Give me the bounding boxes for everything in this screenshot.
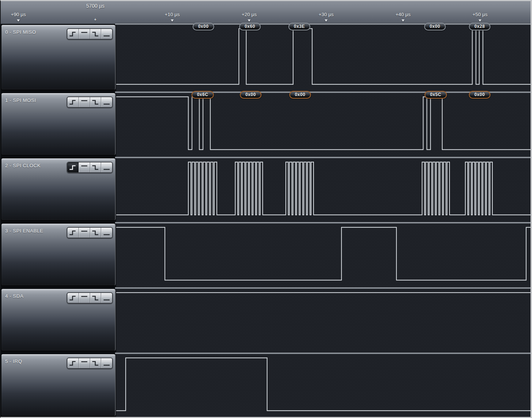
trigger-rising-edge-button[interactable] xyxy=(67,293,78,303)
byte-value-bubble[interactable]: 0x5C xyxy=(425,91,447,99)
trigger-low-level-button[interactable] xyxy=(101,228,112,238)
trigger-high-level-button[interactable] xyxy=(78,358,90,368)
channel-row: 4 - SDA xyxy=(1,288,531,353)
ruler-tick-marker-icon xyxy=(248,19,251,22)
waveform-trace xyxy=(116,92,531,157)
rising-edge-icon xyxy=(69,30,77,38)
trigger-button-group xyxy=(67,292,113,304)
low-level-icon xyxy=(102,229,111,236)
channel-label: 1 - SPI MOSI xyxy=(5,98,36,103)
byte-value-bubble[interactable]: 0x28 xyxy=(469,23,491,30)
ruler-major-label: 5700 µs xyxy=(86,3,104,9)
channel-separator xyxy=(115,352,531,354)
byte-value-bubble[interactable]: 0x60 xyxy=(239,23,261,30)
high-level-icon xyxy=(80,30,89,38)
waveform-area[interactable]: 0x6C0x000x000x5C0x00 xyxy=(116,92,531,157)
waveform-trace xyxy=(116,157,531,223)
falling-edge-icon xyxy=(91,30,100,38)
trigger-rising-edge-button[interactable] xyxy=(67,228,78,238)
high-level-icon xyxy=(80,99,89,106)
byte-value-bubble[interactable]: 0x00 xyxy=(469,91,491,99)
low-level-icon xyxy=(102,99,111,106)
logic-analyzer-window: 5700 µs + +90 µs+10 µs+20 µs+30 µs+40 µs… xyxy=(0,0,532,418)
channel-panel: 0 - SPI MISO xyxy=(1,25,115,89)
trigger-falling-edge-button[interactable] xyxy=(90,162,101,172)
byte-value-bubble[interactable]: 0x00 xyxy=(289,91,311,99)
trigger-low-level-button[interactable] xyxy=(101,29,112,39)
channel-row: 0x6C0x000x000x5C0x001 - SPI MOSI xyxy=(1,92,531,157)
ruler-tick-label: +20 µs xyxy=(241,12,256,17)
channel-row: 2 - SPI CLOCK xyxy=(1,157,531,223)
trigger-falling-edge-button[interactable] xyxy=(90,293,101,303)
high-level-icon xyxy=(80,294,89,302)
trigger-falling-edge-button[interactable] xyxy=(90,228,101,238)
channel-separator xyxy=(115,222,531,224)
byte-value-bubble[interactable]: 0x00 xyxy=(240,91,262,99)
waveform-area[interactable] xyxy=(116,157,531,223)
trigger-low-level-button[interactable] xyxy=(101,358,112,368)
trigger-high-level-button[interactable] xyxy=(78,293,90,303)
waveform-area[interactable]: 0x000x600x3E0x000x28 xyxy=(116,24,531,92)
channel-row: 3 - SPI ENABLE xyxy=(1,223,531,288)
ruler-tick-label: +50 µs xyxy=(472,12,487,17)
channel-label: 5 - IRQ xyxy=(5,359,22,364)
trigger-rising-edge-button[interactable] xyxy=(67,97,78,107)
channel-panel: 4 - SDA xyxy=(1,289,115,351)
channel-separator xyxy=(115,287,531,289)
trigger-button-group xyxy=(67,358,113,369)
ruler-major-marker: + xyxy=(94,17,96,22)
falling-edge-icon xyxy=(91,360,100,367)
ruler-tick-marker-icon xyxy=(171,19,174,22)
ruler-tick-marker-icon xyxy=(325,19,328,22)
waveform-area[interactable] xyxy=(116,223,531,288)
high-level-icon xyxy=(80,229,89,236)
channel-row: 5 - IRQ xyxy=(1,353,531,418)
trigger-falling-edge-button[interactable] xyxy=(90,97,101,107)
waveform-trace xyxy=(116,288,531,353)
trigger-falling-edge-button[interactable] xyxy=(90,29,101,39)
trigger-high-level-button[interactable] xyxy=(78,97,90,107)
trigger-rising-edge-button[interactable] xyxy=(67,358,78,368)
ruler-tick-marker-icon xyxy=(17,19,20,22)
falling-edge-icon xyxy=(91,99,100,106)
rising-edge-icon xyxy=(69,360,77,367)
waveform-area[interactable] xyxy=(116,353,531,418)
waveform-trace xyxy=(116,353,531,418)
falling-edge-icon xyxy=(91,294,100,302)
channel-panel: 2 - SPI CLOCK xyxy=(1,158,115,220)
trigger-low-level-button[interactable] xyxy=(101,162,112,172)
low-level-icon xyxy=(102,360,111,367)
channel-label: 0 - SPI MISO xyxy=(5,29,36,35)
rising-edge-icon xyxy=(69,99,77,106)
trigger-high-level-button[interactable] xyxy=(78,162,90,172)
trigger-low-level-button[interactable] xyxy=(101,97,112,107)
rising-edge-icon xyxy=(69,164,77,171)
trigger-rising-edge-button[interactable] xyxy=(67,162,78,172)
channel-label: 2 - SPI CLOCK xyxy=(5,163,41,168)
ruler-tick-label: +90 µs xyxy=(11,12,26,17)
channel-separator xyxy=(115,157,531,158)
trigger-falling-edge-button[interactable] xyxy=(90,358,101,368)
byte-value-bubble[interactable]: 0x00 xyxy=(193,23,214,30)
channel-panel: 3 - SPI ENABLE xyxy=(1,224,115,285)
trigger-high-level-button[interactable] xyxy=(78,228,90,238)
channel-separator xyxy=(115,91,531,93)
time-ruler[interactable]: 5700 µs + +90 µs+10 µs+20 µs+30 µs+40 µs… xyxy=(1,1,531,24)
byte-value-bubble[interactable]: 0x3E xyxy=(288,23,310,30)
waveform-trace xyxy=(116,24,531,92)
channel-row: 0x000x600x3E0x000x280 - SPI MISO xyxy=(1,24,531,92)
byte-value-bubble[interactable]: 0x6C xyxy=(192,91,214,99)
trigger-button-group xyxy=(67,28,113,40)
trigger-high-level-button[interactable] xyxy=(78,29,90,39)
low-level-icon xyxy=(102,294,111,302)
waveform-area[interactable] xyxy=(116,288,531,353)
ruler-tick-marker-icon xyxy=(402,19,404,22)
low-level-icon xyxy=(102,30,111,38)
channel-label: 4 - SDA xyxy=(5,293,23,299)
byte-value-bubble[interactable]: 0x00 xyxy=(424,23,446,30)
low-level-icon xyxy=(102,164,111,171)
trigger-rising-edge-button[interactable] xyxy=(67,29,78,39)
trigger-low-level-button[interactable] xyxy=(101,293,112,303)
rising-edge-icon xyxy=(69,294,77,302)
ruler-tick-label: +30 µs xyxy=(318,12,333,17)
